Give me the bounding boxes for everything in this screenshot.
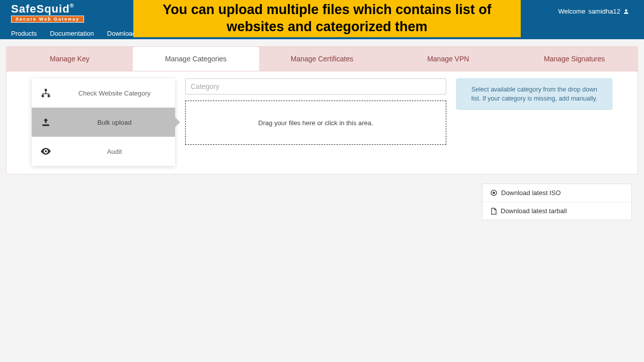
svg-rect-4 [42, 125, 49, 126]
side-item-label: Check Website Category [63, 89, 166, 97]
svg-point-5 [45, 150, 47, 152]
category-input[interactable] [185, 78, 446, 95]
brand-tagline: Secure Web Gateway [11, 16, 84, 23]
brand-block: SafeSquid® Secure Web Gateway Products D… [0, 0, 150, 37]
disc-icon [491, 190, 497, 196]
main-card: Manage Key Manage Categories Manage Cert… [6, 46, 638, 174]
card-body: Check Website Category Bulk upload Audit [7, 71, 637, 174]
side-item-label: Audit [63, 148, 166, 155]
svg-rect-3 [48, 95, 50, 98]
primary-nav: Products Documentation Downloads [11, 30, 139, 37]
download-tarball-link[interactable]: Download latest tarball [482, 202, 631, 220]
side-item-bulk-upload[interactable]: Bulk upload [32, 108, 175, 137]
download-iso-label: Download latest ISO [501, 189, 561, 197]
file-dropzone[interactable]: Drag your files here or click in this ar… [185, 101, 446, 145]
tab-manage-key[interactable]: Manage Key [7, 47, 133, 71]
downloads-panel: Download latest ISO Download latest tarb… [482, 184, 632, 220]
nav-products[interactable]: Products [11, 30, 37, 37]
brand-name: SafeSquid [11, 3, 70, 15]
tab-manage-signatures[interactable]: Manage Signatures [511, 47, 637, 71]
welcome-user: samidha12 [588, 8, 620, 15]
dropzone-text: Drag your files here or click in this ar… [258, 119, 373, 127]
eye-icon [41, 148, 51, 155]
welcome-text[interactable]: Welcome samidha12 [558, 8, 629, 15]
download-iso-link[interactable]: Download latest ISO [482, 184, 631, 202]
tab-manage-vpn[interactable]: Manage VPN [385, 47, 511, 71]
side-item-label: Bulk upload [63, 119, 166, 126]
tab-manage-categories[interactable]: Manage Categories [133, 47, 259, 71]
sitemap-icon [41, 88, 51, 98]
brand-reg: ® [70, 3, 74, 9]
brand-title: SafeSquid® [11, 3, 139, 16]
svg-point-7 [493, 192, 495, 194]
nav-documentation[interactable]: Documentation [50, 30, 94, 37]
download-tarball-label: Download latest tarball [501, 207, 567, 215]
side-item-audit[interactable]: Audit [32, 137, 175, 166]
side-item-check-category[interactable]: Check Website Category [32, 78, 175, 108]
tab-bar: Manage Key Manage Categories Manage Cert… [7, 47, 637, 71]
welcome-prefix: Welcome [558, 8, 585, 15]
info-column: Select available category from the drop … [456, 78, 612, 166]
info-banner: You can upload multiple files which cont… [133, 0, 521, 37]
svg-point-0 [625, 9, 627, 12]
user-icon [623, 9, 629, 15]
tab-manage-certificates[interactable]: Manage Certificates [259, 47, 385, 71]
upload-icon [41, 118, 51, 127]
center-column: Drag your files here or click in this ar… [185, 78, 446, 166]
file-icon [491, 208, 497, 215]
svg-rect-1 [45, 89, 47, 92]
app-header: SafeSquid® Secure Web Gateway Products D… [0, 0, 644, 39]
info-box: Select available category from the drop … [456, 78, 612, 110]
side-menu: Check Website Category Bulk upload Audit [32, 78, 175, 166]
page-body: Manage Key Manage Categories Manage Cert… [0, 39, 644, 227]
svg-rect-2 [42, 95, 44, 98]
